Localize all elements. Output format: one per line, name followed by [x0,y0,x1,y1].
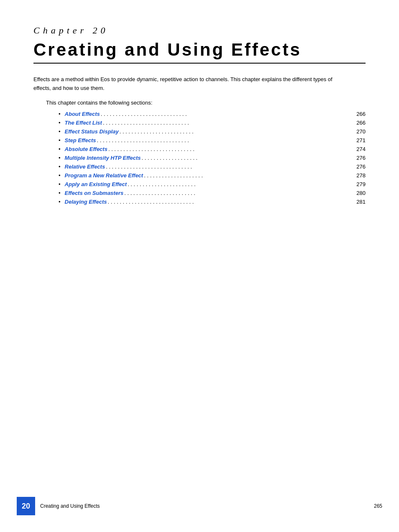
title-rule [33,63,366,64]
bullet-icon: • [59,155,61,161]
bullet-icon: • [59,120,61,126]
toc-link[interactable]: Effect Status Display [65,128,119,135]
toc-list: •About Effects . . . . . . . . . . . . .… [59,111,366,205]
bullet-icon: • [59,181,61,187]
bullet-icon: • [59,128,61,135]
footer-page-number: 265 [374,503,382,509]
bullet-icon: • [59,172,61,179]
toc-dots: . . . . . . . . . . . . . . . . . . . [142,155,356,161]
toc-page: 266 [356,111,366,117]
toc-page: 271 [356,137,366,143]
bullet-icon: • [59,190,61,196]
toc-item: •Program a New Relative Effect. . . . . … [59,172,366,179]
toc-link[interactable]: Absolute Effects [65,146,107,152]
toc-dots: . . . . . . . . . . . . . . . . . . . . … [120,128,356,135]
toc-item: •Step Effects . . . . . . . . . . . . . … [59,137,366,143]
toc-link[interactable]: Effects on Submasters [65,190,124,196]
toc-link[interactable]: About Effects [65,111,100,117]
bullet-icon: • [59,137,61,143]
toc-dots: . . . . . . . . . . . . . . . . . . . . … [124,190,356,196]
toc-entry: Program a New Relative Effect. . . . . .… [65,172,366,179]
page-container: Chapter 20 Creating and Using Effects Ef… [0,0,399,532]
toc-item: •Absolute Effects. . . . . . . . . . . .… [59,146,366,152]
toc-page: 274 [356,146,366,152]
toc-page: 281 [356,199,366,205]
toc-link[interactable]: Apply an Existing Effect [65,181,127,187]
toc-link[interactable]: Program a New Relative Effect [65,172,143,179]
bullet-icon: • [59,164,61,170]
toc-link[interactable]: The Effect List [65,120,102,126]
bullet-icon: • [59,111,61,117]
toc-dots: . . . . . . . . . . . . . . . . . . . . … [128,181,356,187]
toc-page: 266 [356,120,366,126]
footer: 20 Creating and Using Effects 265 [0,497,399,515]
toc-entry: Effects on Submasters . . . . . . . . . … [65,190,366,196]
toc-page: 280 [356,190,366,196]
bullet-icon: • [59,146,61,152]
toc-entry: Delaying Effects. . . . . . . . . . . . … [65,199,366,205]
intro-text: Effects are a method within Eos to provi… [33,75,335,93]
toc-dots: . . . . . . . . . . . . . . . . . . . . [144,172,356,179]
toc-entry: Multiple Intensity HTP Effects . . . . .… [65,155,366,161]
toc-entry: Relative Effects . . . . . . . . . . . .… [65,164,366,170]
toc-item: •Relative Effects . . . . . . . . . . . … [59,164,366,170]
toc-entry: Absolute Effects. . . . . . . . . . . . … [65,146,366,152]
toc-item: •Delaying Effects. . . . . . . . . . . .… [59,199,366,205]
toc-item: •Multiple Intensity HTP Effects . . . . … [59,155,366,161]
toc-page: 270 [356,128,366,135]
content-area: Chapter 20 Creating and Using Effects Ef… [0,0,399,241]
toc-entry: About Effects . . . . . . . . . . . . . … [65,111,366,117]
toc-entry: Apply an Existing Effect . . . . . . . .… [65,181,366,187]
toc-dots: . . . . . . . . . . . . . . . . . . . . … [107,199,356,205]
toc-item: •About Effects . . . . . . . . . . . . .… [59,111,366,117]
toc-link[interactable]: Step Effects [65,137,96,143]
toc-page: 276 [356,164,366,170]
toc-entry: Step Effects . . . . . . . . . . . . . .… [65,137,366,143]
toc-link[interactable]: Delaying Effects [65,199,107,205]
toc-link[interactable]: Relative Effects [65,164,105,170]
toc-page: 276 [356,155,366,161]
toc-dots: . . . . . . . . . . . . . . . . . . . . … [101,111,356,117]
toc-entry: Effect Status Display . . . . . . . . . … [65,128,366,135]
toc-intro: This chapter contains the following sect… [46,100,366,106]
toc-item: •Apply an Existing Effect . . . . . . . … [59,181,366,187]
toc-dots: . . . . . . . . . . . . . . . . . . . . … [106,164,356,170]
chapter-title: Creating and Using Effects [33,40,366,59]
toc-link[interactable]: Multiple Intensity HTP Effects [65,155,141,161]
toc-dots: . . . . . . . . . . . . . . . . . . . . … [103,120,356,126]
bullet-icon: • [59,199,61,205]
toc-item: •Effects on Submasters . . . . . . . . .… [59,190,366,196]
chapter-label: Chapter 20 [33,25,366,36]
toc-page: 279 [356,181,366,187]
toc-item: •The Effect List . . . . . . . . . . . .… [59,120,366,126]
toc-entry: The Effect List . . . . . . . . . . . . … [65,120,366,126]
toc-page: 278 [356,172,366,179]
footer-chapter-text: Creating and Using Effects [40,503,100,509]
footer-chapter-badge: 20 [17,497,35,515]
toc-dots: . . . . . . . . . . . . . . . . . . . . … [97,137,356,143]
toc-dots: . . . . . . . . . . . . . . . . . . . . … [108,146,356,152]
toc-item: •Effect Status Display . . . . . . . . .… [59,128,366,135]
